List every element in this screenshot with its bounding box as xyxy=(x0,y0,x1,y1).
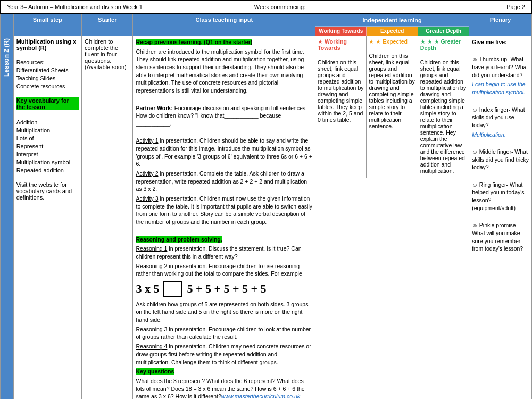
plenary-title: Give me five: xyxy=(472,38,529,46)
key-vocab-label: Key vocabulary for the lesson xyxy=(16,97,79,111)
ind-gd-content: ★ ★ ★ Greater Depth Children on this she… xyxy=(418,36,469,178)
resource-1: Differentiated Sheets xyxy=(16,67,79,73)
math-equation: 3 x 5 5 + 5 + 5 + 5 + 5 xyxy=(136,281,312,297)
col-header-class-teaching: Class teaching input xyxy=(133,14,315,36)
starter-text: Children to complete the fluent in four … xyxy=(85,38,130,70)
math-box xyxy=(163,281,182,297)
vocab-represent: Represent xyxy=(16,143,79,149)
reasoning1: Reasoning 1 in presentation. Discuss the… xyxy=(136,245,312,260)
math-left: 3 x 5 xyxy=(136,281,159,297)
partner-work: Partner Work: Encourage discussion and s… xyxy=(136,104,312,128)
col-header-small-step xyxy=(1,14,14,36)
exp-body: Children on this sheet, link equal group… xyxy=(369,53,415,129)
independent-learning-cell: ★ Working Towards Children on this sheet… xyxy=(315,36,469,400)
plenary-thumbs: ☺ Thumbs up- What have you learnt? What … xyxy=(472,55,529,79)
header-title: Year 3– Autumn – Multiplication and divi… xyxy=(7,4,143,10)
gd-stars: ★ ★ ★ Greater Depth xyxy=(420,38,467,51)
resources-label: Resources: xyxy=(16,59,79,65)
ind-exp-header: Expected xyxy=(367,27,418,36)
plenary-pinkie: ☺ Pinkie promise- What will you make sur… xyxy=(472,221,529,253)
key-questions-text: What does the 3 represent? What does the… xyxy=(136,377,312,399)
activity3: Activity 3 in presentation. Children mus… xyxy=(136,195,312,226)
col-header-small-step-label: Small step xyxy=(13,14,81,36)
plenary-blue-text: I can begin to use the multiplication sy… xyxy=(472,80,529,96)
visit-text: Visit the website for vocabulary cards a… xyxy=(16,181,79,201)
ind-sub-row: ★ Working Towards Children on this sheet… xyxy=(315,36,469,178)
wt-stars: ★ Working Towards xyxy=(318,38,364,51)
reasoning3: Reasoning 3 in presentation. Encourage c… xyxy=(136,326,312,341)
reasoning-label: Reasoning and problem solving. xyxy=(136,236,312,244)
col-header-plenary: Plenary xyxy=(469,14,532,36)
week-commencing: Week commencing: _______________________… xyxy=(254,4,395,10)
vocab-lots: Lots of xyxy=(16,135,79,142)
reasoning2: Reasoning 2 in presentation. Encourage c… xyxy=(136,262,312,278)
resource-3: Concrete resources xyxy=(16,83,79,89)
activity2: Activity 2 in presentation. Complete the… xyxy=(136,170,312,193)
intro-para: Children are introduced to the multiplic… xyxy=(136,48,312,95)
ind-gd-header: Greater Depth xyxy=(418,27,469,36)
resource-2: Teaching Slides xyxy=(16,75,79,81)
vocab-addition: Addition xyxy=(16,119,79,126)
math-right: 5 + 5 + 5 + 5 + 5 xyxy=(187,281,266,297)
exp-stars: ★ ★ Expected xyxy=(369,38,415,45)
plenary-ring: ☺ Ring finger- What helped you in today'… xyxy=(472,181,529,212)
plenary-index: ☺ Index finger- What skills did you use … xyxy=(472,106,529,129)
reasoning4: Reasoning 4 in presentation. Children ma… xyxy=(136,343,312,366)
activity1: Activity 1 in presentation. Children sho… xyxy=(136,137,312,168)
ind-wt-content: ★ Working Towards Children on this sheet… xyxy=(315,36,367,178)
ind-header-outer: Independent learning xyxy=(315,14,469,26)
vocab-mult: Multiplication xyxy=(16,127,79,134)
ind-sub-headers: Working Towards Expected Greater Depth xyxy=(315,26,469,36)
col-header-starter: Starter xyxy=(82,14,133,36)
plenary-index-blue: Multiplication. xyxy=(472,131,529,139)
starter-cell: Children to complete the fluent in four … xyxy=(82,36,133,400)
gd-body: Children on this sheet, link equal group… xyxy=(420,59,467,174)
page-header: Year 3– Autumn – Multiplication and divi… xyxy=(0,0,532,14)
math-note: Ask children how groups of 5 are represe… xyxy=(136,301,312,324)
vocab-repeated: Repeated addition xyxy=(16,167,79,173)
col-header-independent: Independent learning Working Towards Exp… xyxy=(315,14,469,36)
plenary-middle: ☺ Middle finger- What skills did you fin… xyxy=(472,148,529,171)
recap-label: Recap previous learning. (Q1 on the star… xyxy=(136,38,312,46)
small-step-cell: Multiplication using x symbol (R) Resour… xyxy=(13,36,81,400)
main-table: Small step Starter Class teaching input … xyxy=(0,14,532,399)
vocab-symbol: Multiplication symbol xyxy=(16,159,79,165)
key-questions: Key questions xyxy=(136,368,312,376)
wt-body: Children on this sheet, link equal group… xyxy=(318,59,364,123)
lesson-sidebar: Lesson 2 (R) xyxy=(1,36,12,79)
ind-exp-content: ★ ★ Expected Children on this sheet, lin… xyxy=(367,36,418,178)
lesson-sidebar-cell: Lesson 2 (R) xyxy=(1,36,14,400)
plenary-cell: Give me five: ☺ Thumbs up- What have you… xyxy=(469,36,532,400)
ind-wt-header: Working Towards xyxy=(315,27,367,36)
class-teaching-cell: Recap previous learning. (Q1 on the star… xyxy=(133,36,315,400)
small-step-title: Multiplication using x symbol (R) xyxy=(16,38,79,51)
page-number: Page 2 xyxy=(506,4,525,10)
vocab-interpret: Interpret xyxy=(16,151,79,157)
